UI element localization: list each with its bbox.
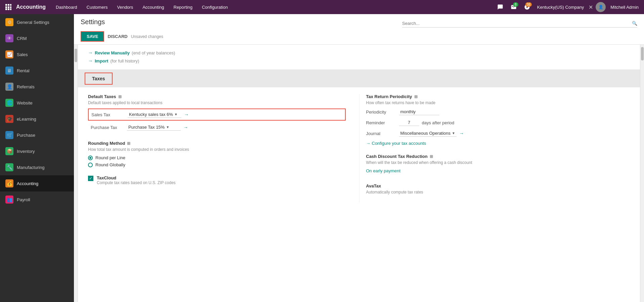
- sidebar-item-crm[interactable]: 👁 CRM: [0, 30, 74, 46]
- round-per-line-radio[interactable]: [88, 156, 93, 160]
- sidebar-item-inventory[interactable]: 📦 Inventory: [0, 143, 74, 159]
- configure-arrow-icon: →: [366, 141, 371, 146]
- sidebar-item-elearning[interactable]: 🎓 eLearning: [0, 111, 74, 127]
- sidebar-item-sales[interactable]: 📈 Sales: [0, 46, 74, 62]
- round-globally-row[interactable]: Round Globally: [88, 162, 346, 167]
- activity-icon[interactable]: 38: [522, 2, 532, 12]
- user-avatar[interactable]: 👤: [596, 2, 606, 12]
- svg-rect-8: [10, 8, 11, 10]
- journal-dropdown-icon: ▼: [452, 131, 455, 135]
- reminder-label: Reminder: [366, 120, 396, 125]
- sidebar-item-rental[interactable]: 🖥 Rental: [0, 62, 74, 79]
- tax-return-title: Tax Return Periodicity: [366, 94, 412, 99]
- nav-configuration[interactable]: Configuration: [198, 0, 232, 14]
- taxes-section-row: Taxes: [78, 70, 640, 87]
- top-navigation: Accounting Dashboard Customers Vendors A…: [0, 0, 644, 14]
- round-globally-radio[interactable]: [88, 163, 93, 167]
- rounding-title: Rounding Method: [88, 141, 125, 146]
- purchase-tax-row: Purchase Tax Purchase Tax 15% ▼ →: [88, 122, 346, 133]
- review-manually-text[interactable]: Review Manually: [95, 50, 130, 55]
- sidebar-item-general[interactable]: ⚙ General Settings: [0, 14, 74, 30]
- apps-icon[interactable]: [3, 2, 13, 12]
- user-name: Mitchell Admin: [610, 5, 639, 10]
- sidebar-item-referrals[interactable]: 👤 Referrals: [0, 79, 74, 95]
- chat-icon[interactable]: [495, 2, 506, 12]
- sidebar-label-referrals: Referrals: [17, 84, 35, 89]
- messages-badge: 8: [513, 2, 518, 7]
- rental-icon: 🖥: [5, 67, 13, 75]
- save-button[interactable]: SAVE: [81, 31, 104, 42]
- sales-icon: 📈: [5, 50, 13, 58]
- svg-rect-4: [8, 6, 9, 8]
- periodicity-row: Periodicity monthly: [366, 109, 630, 115]
- svg-rect-5: [10, 6, 11, 8]
- purchase-tax-arrow-button[interactable]: →: [183, 125, 188, 130]
- reminder-row: Reminder 7 days after period: [366, 119, 630, 126]
- sidebar-label-website: Website: [17, 100, 33, 105]
- svg-rect-7: [8, 8, 9, 10]
- configure-tax-accounts-link[interactable]: → Configure your tax accounts: [366, 141, 630, 146]
- discard-button[interactable]: DISCARD: [108, 34, 127, 39]
- sidebar-label-sales: Sales: [17, 52, 28, 57]
- sidebar-label-general: General Settings: [17, 20, 49, 25]
- journal-select[interactable]: Miscellaneous Operations ▼: [399, 130, 457, 137]
- sidebar-item-manufacturing[interactable]: 🔧 Manufacturing: [0, 159, 74, 175]
- round-per-line-row[interactable]: Round per Line: [88, 155, 346, 160]
- search-input[interactable]: [402, 19, 629, 27]
- import-text[interactable]: Import: [95, 58, 108, 63]
- crm-icon: 👁: [5, 34, 13, 42]
- sales-tax-label: Sales Tax: [91, 112, 125, 117]
- journal-arrow-button[interactable]: →: [459, 131, 464, 136]
- nav-customers[interactable]: Customers: [83, 0, 112, 14]
- accounting-icon: 💰: [5, 179, 13, 187]
- taxes-section-title: Taxes: [92, 76, 105, 81]
- sales-tax-dropdown-icon: ▼: [174, 113, 178, 116]
- sidebar-item-payroll[interactable]: 👥 Payroll: [0, 191, 74, 208]
- reminder-value[interactable]: 7: [399, 119, 419, 126]
- sidebar-label-inventory: Inventory: [17, 149, 35, 154]
- taxcloud-title: TaxCloud: [97, 175, 176, 180]
- tax-return-desc: How often tax returns have to be made: [366, 100, 630, 105]
- nav-vendors[interactable]: Vendors: [113, 0, 137, 14]
- purchase-tax-label: Purchase Tax: [91, 125, 124, 130]
- top-links: → Review Manually (end of year balances)…: [78, 45, 640, 70]
- manufacturing-icon: 🔧: [5, 163, 13, 171]
- sales-tax-row: Sales Tax Kentucky sales tax 6% ▼ →: [88, 109, 346, 121]
- sales-tax-select[interactable]: Kentucky sales tax 6% ▼: [128, 111, 181, 118]
- nav-dashboard[interactable]: Dashboard: [52, 0, 81, 14]
- periodicity-label: Periodicity: [366, 110, 396, 115]
- messages-icon[interactable]: 8: [508, 2, 519, 12]
- nav-reporting[interactable]: Reporting: [170, 0, 197, 14]
- sidebar-item-accounting[interactable]: 💰 Accounting: [0, 175, 74, 191]
- purchase-tax-value: Purchase Tax 15%: [128, 125, 165, 130]
- round-globally-label: Round Globally: [95, 162, 125, 167]
- avatax-title: AvaTax: [366, 183, 381, 188]
- review-sub-text: (end of year balances): [132, 50, 175, 55]
- periodicity-value[interactable]: monthly: [399, 109, 439, 115]
- round-per-line-label: Round per Line: [95, 155, 125, 160]
- journal-row: Journal Miscellaneous Operations ▼ →: [366, 130, 630, 137]
- configure-link-text: Configure your tax accounts: [372, 141, 426, 146]
- journal-label: Journal: [366, 131, 396, 136]
- sales-tax-arrow-button[interactable]: →: [184, 112, 189, 117]
- import-sub-text: (for full history): [110, 58, 139, 63]
- sidebar-item-purchase[interactable]: 🛒 Purchase: [0, 127, 74, 143]
- nav-accounting[interactable]: Accounting: [138, 0, 168, 14]
- review-manually-link[interactable]: → Review Manually (end of year balances): [88, 50, 630, 55]
- settings-content: → Review Manually (end of year balances)…: [78, 45, 640, 302]
- import-link[interactable]: → Import (for full history): [88, 58, 630, 63]
- elearning-icon: 🎓: [5, 115, 13, 123]
- sidebar: ⚙ General Settings 👁 CRM 📈 Sales 🖥 Renta…: [0, 14, 74, 302]
- sidebar-label-purchase: Purchase: [17, 133, 35, 138]
- purchase-tax-select[interactable]: Purchase Tax 15% ▼: [127, 124, 181, 131]
- taxcloud-checkbox[interactable]: ✓: [88, 176, 93, 181]
- close-icon[interactable]: ✕: [589, 4, 593, 10]
- svg-rect-1: [8, 4, 9, 6]
- early-payment-link[interactable]: On early payment: [366, 168, 630, 173]
- rounding-method-group: Rounding Method ⊞ How total tax amount i…: [88, 141, 346, 167]
- sidebar-item-website[interactable]: 🌐 Website: [0, 95, 74, 111]
- referrals-icon: 👤: [5, 83, 13, 91]
- taxcloud-check-icon: ✓: [89, 176, 92, 181]
- import-arrow-icon: →: [88, 58, 93, 63]
- settings-header: Settings 🔍 SAVE DISCARD Unsaved changes: [74, 14, 644, 45]
